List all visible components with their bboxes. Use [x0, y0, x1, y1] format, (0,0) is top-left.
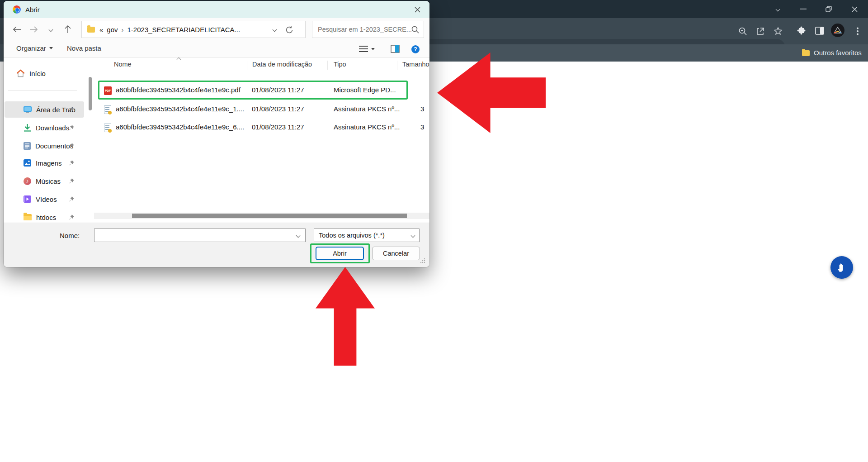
tab-search-icon[interactable]	[770, 3, 785, 15]
view-dropdown-icon	[371, 48, 375, 50]
dialog-close-icon[interactable]	[410, 4, 425, 15]
maximize-icon[interactable]	[821, 3, 836, 15]
organize-menu[interactable]: Organizar	[16, 44, 53, 52]
help-icon[interactable]: ?	[411, 45, 420, 53]
breadcrumb-folder[interactable]: 1-2023_SECRETARIADELICITACA...	[127, 26, 241, 33]
downloads-icon	[24, 124, 31, 132]
sidebar-scrollbar-thumb[interactable]	[89, 77, 92, 110]
sidebar-divider	[8, 90, 77, 91]
file-name-input[interactable]	[98, 232, 297, 239]
side-panel-icon[interactable]	[813, 24, 826, 38]
file-name-combobox[interactable]	[94, 229, 306, 242]
sidebar-item-area-de-trabalho[interactable]: Área de Trab	[5, 101, 84, 118]
pin-icon	[69, 160, 74, 166]
column-separator	[397, 61, 397, 70]
open-button[interactable]: Abrir	[316, 247, 364, 260]
cancel-button[interactable]: Cancelar	[372, 247, 420, 260]
minimize-icon[interactable]	[796, 3, 811, 15]
refresh-icon[interactable]	[285, 26, 293, 34]
dialog-footer: Nome: Todos os arquivos (*.*) Abrir Canc…	[4, 223, 429, 267]
certificate-file-icon	[104, 105, 111, 114]
sidebar-item-downloads[interactable]: Downloads	[5, 119, 84, 136]
resize-grip[interactable]	[420, 258, 425, 263]
file-row-signature-6[interactable]: a60bfbfdec394595342b4c4fe4e11e9c_6.... 0…	[94, 119, 429, 136]
chevron-down-icon	[49, 47, 53, 49]
file-row-signature-1[interactable]: a60bfbfdec394595342b4c4fe4e11e9c_1.... 0…	[94, 101, 429, 118]
hscroll-thumb[interactable]	[132, 214, 407, 218]
forward-icon[interactable]	[26, 22, 41, 37]
desktop-icon	[24, 106, 32, 113]
sidebar-item-videos[interactable]: Vídeos	[5, 191, 84, 207]
column-header-nome[interactable]: Nome	[114, 61, 132, 68]
browser-menu-kebab-icon[interactable]	[851, 24, 864, 38]
folder-icon	[24, 214, 32, 220]
music-icon: ♪	[24, 177, 31, 185]
column-header-data[interactable]: Data de modificação	[252, 61, 312, 68]
search-box[interactable]	[312, 21, 424, 38]
pdf-file-icon: PDF	[104, 86, 112, 95]
view-mode-icon[interactable]	[359, 45, 375, 52]
dialog-title: Abrir	[25, 6, 40, 14]
sidebar-item-documentos[interactable]: Documentos	[5, 138, 84, 154]
sidebar-item-inicio[interactable]: Início	[5, 65, 84, 81]
pin-icon	[69, 107, 74, 112]
back-icon[interactable]	[10, 22, 24, 37]
other-bookmarks-label[interactable]: Outros favoritos	[814, 49, 862, 57]
pin-icon	[69, 143, 74, 148]
search-input[interactable]	[318, 26, 411, 33]
bookmark-star-icon[interactable]	[771, 24, 785, 38]
recent-locations-icon[interactable]	[43, 22, 58, 37]
column-separator	[327, 61, 328, 70]
file-name-label: Nome:	[60, 232, 80, 239]
file-row-pdf[interactable]: PDF a60bfbfdec394595342b4c4fe4e11e9c.pdf…	[94, 82, 429, 99]
sort-ascending-icon	[177, 57, 181, 62]
column-separator	[247, 61, 247, 70]
pin-icon	[69, 196, 74, 202]
dialog-file-list: Nome Data de modificação Tipo Tamanho PD…	[94, 58, 429, 223]
file-open-dialog: Abrir « gov › 1-2023_SECRETARIADELICITAC…	[4, 1, 429, 267]
pin-icon	[69, 178, 74, 184]
breadcrumb-collapse[interactable]: «	[99, 26, 103, 33]
close-window-icon[interactable]	[847, 3, 862, 15]
sidebar-item-musicas[interactable]: ♪ Músicas	[5, 173, 84, 189]
profile-avatar[interactable]	[831, 24, 844, 37]
pin-icon	[69, 125, 74, 130]
chrome-icon	[13, 5, 21, 14]
dialog-titlebar: Abrir	[4, 1, 429, 18]
column-header-tamanho[interactable]: Tamanho	[402, 61, 429, 68]
pictures-icon	[24, 159, 31, 167]
address-dropdown-icon[interactable]	[273, 28, 277, 32]
hand-icon	[836, 262, 848, 273]
address-folder-icon	[87, 27, 95, 33]
certificate-file-icon	[104, 124, 111, 132]
documents-icon	[24, 142, 31, 150]
column-header-tipo[interactable]: Tipo	[334, 61, 346, 68]
share-icon[interactable]	[754, 24, 767, 38]
home-icon	[16, 69, 25, 77]
breadcrumb-separator: ›	[122, 26, 124, 33]
search-icon	[411, 26, 419, 33]
breadcrumb-gov[interactable]: gov	[107, 26, 118, 33]
dialog-navigation-row: « gov › 1-2023_SECRETARIADELICITACA...	[4, 18, 429, 41]
sidebar-item-imagens[interactable]: Imagens	[5, 155, 84, 171]
screen: Outros favoritos Informação Legislação A…	[0, 0, 868, 462]
dialog-sidebar: Início Área de Trab Downloads Documentos	[4, 58, 92, 223]
list-horizontal-scrollbar[interactable]	[94, 213, 429, 219]
zoom-out-icon[interactable]	[736, 24, 750, 38]
file-type-select[interactable]: Todos os arquivos (*.*)	[314, 229, 420, 242]
address-bar[interactable]: « gov › 1-2023_SECRETARIADELICITACA...	[81, 21, 306, 38]
preview-pane-icon[interactable]	[391, 45, 400, 53]
bookmarks-divider	[795, 48, 795, 57]
videos-icon	[24, 195, 31, 203]
pin-icon	[69, 214, 74, 220]
accessibility-libras-button[interactable]	[830, 256, 853, 279]
bookmarks-folder-icon	[802, 50, 810, 56]
new-folder-button[interactable]: Nova pasta	[67, 44, 101, 52]
extensions-puzzle-icon[interactable]	[794, 24, 808, 38]
dialog-command-bar: Organizar Nova pasta ?	[4, 41, 429, 58]
up-folder-icon[interactable]	[61, 22, 75, 37]
